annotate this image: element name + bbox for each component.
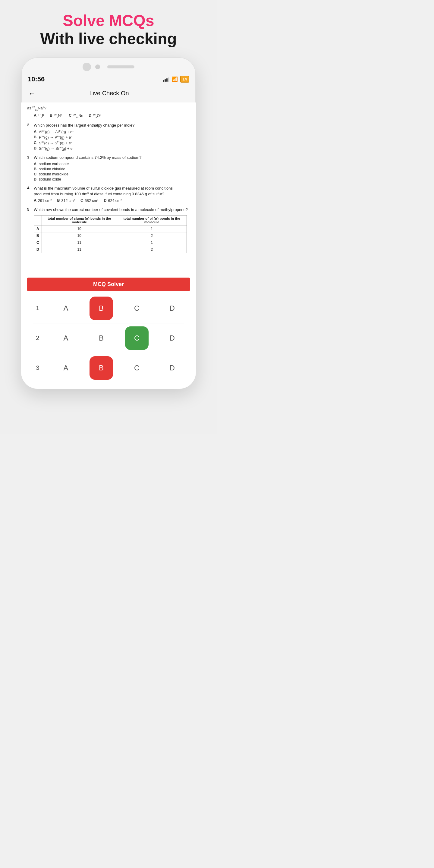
battery-indicator: 14 — [180, 76, 189, 83]
page-background: Solve MCQs With live checking 10:56 📶 — [0, 0, 217, 434]
solver-header: MCQ Solver — [27, 278, 190, 291]
signal-bar-4 — [168, 78, 169, 82]
solver-q3-B[interactable]: B — [90, 356, 113, 380]
q3-option-d[interactable]: D sodium oxide — [34, 177, 190, 181]
question-4: 4 What is the maximum volume of sulfur d… — [27, 186, 190, 203]
q3-option-b[interactable]: B sodium chloride — [34, 167, 190, 171]
q0-option-d[interactable]: D 168O2– — [89, 113, 102, 119]
solver-q2-num: 2 — [33, 335, 42, 341]
q3-option-c[interactable]: C sodium hydroxide — [34, 172, 190, 176]
solver-q3-C[interactable]: C — [125, 356, 149, 380]
solver-row-1: 1 A B C D — [27, 293, 190, 323]
q0-options: A 179F B 167N3– C 2010Ne D 168O2– — [34, 113, 190, 119]
solver-q3-D[interactable]: D — [160, 356, 184, 380]
back-button[interactable]: ← — [27, 88, 37, 99]
q0-option-b[interactable]: B 167N3– — [50, 113, 63, 119]
signal-bar-2 — [164, 79, 166, 82]
speaker-bar — [107, 65, 134, 68]
hero-section: Solve MCQs With live checking — [40, 12, 177, 48]
q3-header: 3 Which sodium compound contains 74.2% b… — [27, 155, 190, 161]
status-time: 10:56 — [28, 75, 44, 83]
mcq-solver-section: MCQ Solver 1 A B C D 2 A B C D 3 — [21, 278, 196, 389]
q2-option-a[interactable]: A Al3+(g) → Al4+(g) + e– — [34, 130, 190, 134]
solver-q1-B[interactable]: B — [90, 297, 113, 320]
question-3: 3 Which sodium compound contains 74.2% b… — [27, 155, 190, 181]
camera-dot-1 — [95, 64, 100, 69]
signal-bar-1 — [163, 80, 164, 82]
solver-q2-D[interactable]: D — [160, 327, 184, 350]
status-icons: 📶 14 — [163, 76, 189, 83]
solver-q1-num: 1 — [33, 305, 42, 312]
q4-option-a[interactable]: A 291 cm3 — [34, 198, 52, 203]
solver-q2-A[interactable]: A — [54, 327, 78, 350]
q5-header: 5 Which row shows the correct number of … — [27, 207, 190, 213]
solver-q2-B[interactable]: B — [90, 327, 113, 350]
solver-q1-D[interactable]: D — [160, 297, 184, 320]
phone-camera-bar — [21, 57, 196, 74]
q4-option-c[interactable]: C 582 cm3 — [81, 198, 98, 203]
solver-q3-num: 3 — [33, 364, 42, 371]
table-row[interactable]: D 11 2 — [34, 246, 187, 253]
signal-bar-3 — [166, 79, 167, 82]
content-area: as 2311Na+? A 179F B 167N3– C 2010Ne — [21, 102, 196, 278]
q5-table: total number of sigma (σ) bonds in the m… — [34, 215, 187, 253]
solver-q1-C[interactable]: C — [125, 297, 149, 320]
q2-option-c[interactable]: C S6+(g) → S7+(g) + e– — [34, 141, 190, 145]
signal-icon — [163, 77, 169, 82]
wifi-icon: 📶 — [172, 76, 178, 82]
q2-options: A Al3+(g) → Al4+(g) + e– B P5+(g) → P6+(… — [34, 130, 190, 151]
solver-row-2: 2 A B C D — [27, 323, 190, 353]
question-2: 2 Which process has the largest enthalpy… — [27, 123, 190, 150]
q3-option-a[interactable]: A sodium carbonate — [34, 162, 190, 166]
question-5: 5 Which row shows the correct number of … — [27, 207, 190, 253]
table-row[interactable]: C 11 1 — [34, 239, 187, 246]
q2-option-b[interactable]: B P5+(g) → P6+(g) + e– — [34, 135, 190, 140]
q4-options: A 291 cm3 B 312 cm3 C 582 cm3 D 624 cm3 — [34, 198, 190, 203]
nav-bar: ← Live Check On — [21, 86, 196, 102]
camera-circle — [83, 63, 91, 71]
q2-option-d[interactable]: D Si4+(g) → Si5+(g) + e– — [34, 146, 190, 151]
q3-options: A sodium carbonate B sodium chloride C s… — [34, 162, 190, 181]
q4-option-b[interactable]: B 312 cm3 — [57, 198, 75, 203]
nav-title: Live Check On — [37, 90, 181, 97]
q0-option-a[interactable]: A 179F — [34, 113, 44, 119]
table-row[interactable]: B 10 2 — [34, 232, 187, 239]
q0-fragment: as 2311Na+? — [27, 105, 190, 112]
question-0: as 2311Na+? A 179F B 167N3– C 2010Ne — [27, 105, 190, 119]
solver-row-3: 3 A B C D — [27, 353, 190, 383]
hero-line2: With live checking — [40, 29, 177, 48]
camera-dots — [95, 64, 100, 69]
solver-q2-C[interactable]: C — [125, 327, 149, 350]
phone-device: 10:56 📶 14 ← Live Check On as — [21, 57, 196, 389]
q2-header: 2 Which process has the largest enthalpy… — [27, 123, 190, 128]
solver-q3-A[interactable]: A — [54, 356, 78, 380]
solver-q1-A[interactable]: A — [54, 297, 78, 320]
hero-line1: Solve MCQs — [40, 12, 177, 29]
status-bar: 10:56 📶 14 — [21, 74, 196, 86]
table-row[interactable]: A 10 1 — [34, 225, 187, 232]
q4-header: 4 What is the maximum volume of sulfur d… — [27, 186, 190, 197]
q0-option-c[interactable]: C 2010Ne — [69, 113, 83, 119]
q4-option-d[interactable]: D 624 cm3 — [104, 198, 121, 203]
